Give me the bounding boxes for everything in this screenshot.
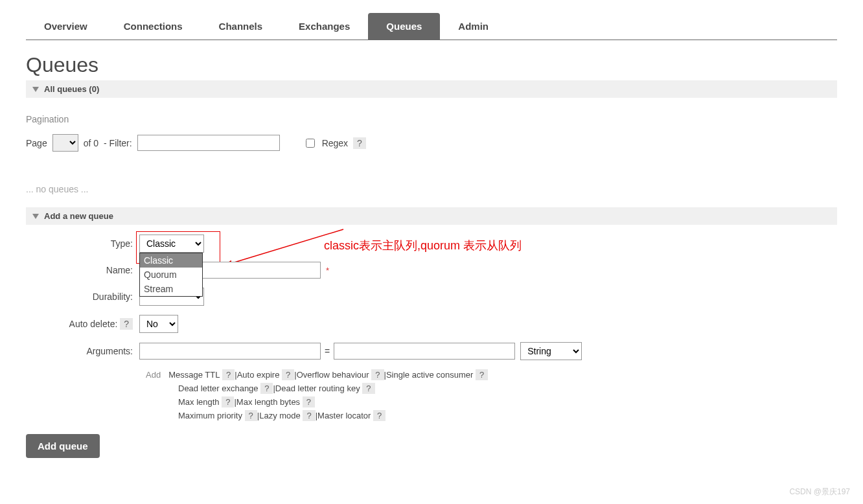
arg-link-auto-expire[interactable]: Auto expire [237, 370, 280, 380]
arg-link-dlx[interactable]: Dead letter exchange [178, 384, 259, 393]
filter-input[interactable] [137, 135, 280, 151]
argument-type-select[interactable]: String [520, 342, 582, 360]
tab-channels[interactable]: Channels [201, 13, 281, 40]
tab-overview[interactable]: Overview [26, 13, 106, 40]
help-icon[interactable]: ? [245, 410, 257, 421]
name-label: Name: [26, 265, 139, 275]
type-option-stream[interactable]: Stream [140, 282, 202, 296]
regex-help-icon[interactable]: ? [353, 137, 366, 149]
add-queue-button[interactable]: Add queue [26, 434, 100, 458]
tab-exchanges[interactable]: Exchanges [281, 13, 368, 40]
help-icon[interactable]: ? [362, 383, 374, 394]
page-title: Queues [26, 53, 837, 77]
autodelete-help-icon[interactable]: ? [120, 318, 133, 330]
arg-link-single-active[interactable]: Single active consumer [386, 370, 473, 380]
arg-link-maxlenbytes[interactable]: Max length bytes [236, 397, 300, 407]
page-of-label: of 0 [84, 138, 98, 148]
autodelete-select[interactable]: No [139, 315, 178, 333]
pagination-heading: Pagination [26, 114, 837, 124]
tab-admin[interactable]: Admin [440, 13, 507, 40]
help-icon[interactable]: ? [373, 410, 385, 421]
page-label: Page [26, 138, 47, 148]
help-icon[interactable]: ? [303, 410, 315, 421]
arg-equals: = [321, 346, 334, 356]
page-select[interactable] [52, 134, 78, 152]
arg-link-message-ttl[interactable]: Message TTL [168, 370, 220, 380]
help-icon[interactable]: ? [303, 396, 315, 407]
arg-link-dlrk[interactable]: Dead letter routing key [275, 384, 360, 393]
type-option-classic[interactable]: Classic [140, 253, 202, 268]
type-select[interactable]: Classic [139, 235, 204, 253]
arg-link-master-loc[interactable]: Master locator [317, 411, 371, 420]
section-add-queue[interactable]: Add a new queue [26, 207, 837, 225]
help-icon[interactable]: ? [476, 369, 488, 380]
tab-queues[interactable]: Queues [368, 13, 440, 40]
required-star: * [326, 266, 329, 275]
type-option-quorum[interactable]: Quorum [140, 268, 202, 282]
help-icon[interactable]: ? [222, 396, 234, 407]
tab-connections[interactable]: Connections [106, 13, 201, 40]
arg-link-maxlen[interactable]: Max length [178, 397, 220, 407]
arg-link-maxpri[interactable]: Maximum priority [178, 411, 242, 420]
filter-label: - Filter: [104, 138, 132, 148]
annotation-text: classic表示主队列,quorum 表示从队列 [324, 238, 522, 253]
regex-checkbox[interactable] [306, 139, 315, 148]
add-arg-label: Add [146, 370, 161, 380]
arg-link-lazy[interactable]: Lazy mode [259, 411, 301, 420]
chevron-down-icon [32, 87, 39, 92]
help-icon[interactable]: ? [222, 369, 235, 380]
help-icon[interactable]: ? [260, 383, 273, 394]
autodelete-label: Auto delete: [69, 319, 118, 329]
section-all-queues-label: All queues (0) [44, 84, 99, 94]
no-queues-text: ... no queues ... [26, 184, 837, 194]
durability-label: Durability: [26, 292, 139, 302]
arguments-label: Arguments: [26, 346, 139, 356]
argument-value-input[interactable] [334, 343, 515, 360]
section-all-queues[interactable]: All queues (0) [26, 80, 837, 98]
type-dropdown-open: Classic Quorum Stream [139, 253, 203, 297]
section-add-queue-label: Add a new queue [44, 211, 113, 221]
type-label: Type: [26, 238, 139, 249]
argument-key-input[interactable] [139, 343, 321, 360]
help-icon[interactable]: ? [282, 369, 294, 380]
help-icon[interactable]: ? [371, 369, 384, 380]
regex-label: Regex [322, 138, 348, 148]
arg-link-overflow[interactable]: Overflow behaviour [297, 370, 369, 380]
chevron-down-icon [32, 214, 39, 219]
